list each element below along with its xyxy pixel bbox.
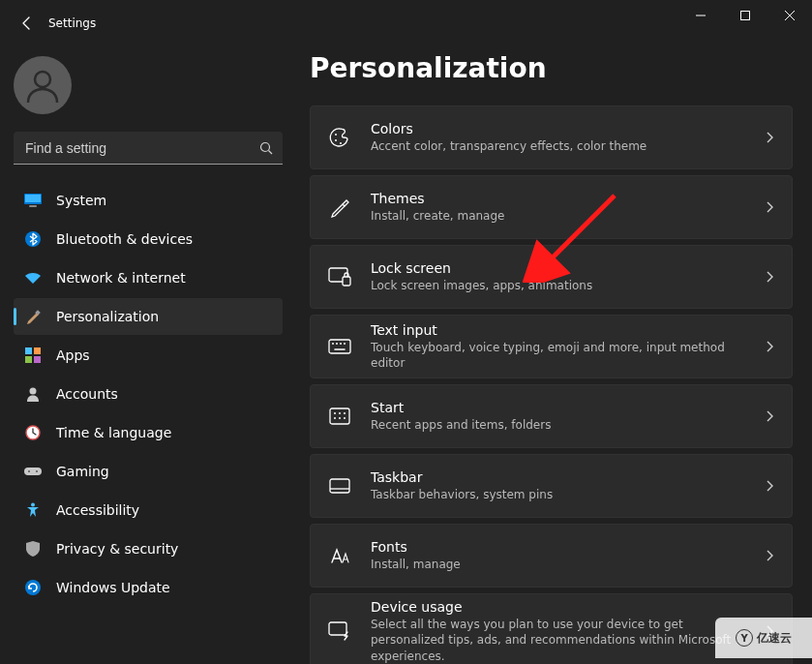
close-button[interactable] <box>767 0 812 31</box>
person-icon <box>23 384 43 404</box>
svg-point-36 <box>334 417 336 419</box>
fonts-icon <box>328 544 351 567</box>
monitor-icon <box>23 191 43 210</box>
svg-rect-26 <box>329 340 350 353</box>
sidebar-item-label: Accessibility <box>56 502 139 518</box>
card-colors[interactable]: Colors Accent color, transparency effect… <box>310 106 793 169</box>
sidebar-item-bluetooth[interactable]: Bluetooth & devices <box>14 221 283 257</box>
paint-icon <box>23 307 43 326</box>
card-text-input[interactable]: Text input Touch keyboard, voice typing,… <box>310 315 793 378</box>
back-button[interactable] <box>14 10 41 37</box>
svg-rect-41 <box>329 622 346 635</box>
card-fonts[interactable]: Fonts Install, manage <box>310 524 793 588</box>
chevron-right-icon <box>767 410 774 422</box>
sidebar-nav: System Bluetooth & devices Network & int… <box>14 182 290 606</box>
window-controls <box>678 0 812 31</box>
card-lock-screen[interactable]: Lock screen Lock screen images, apps, an… <box>310 245 793 309</box>
card-title: Device usage <box>371 598 757 617</box>
card-subtitle: Touch keyboard, voice typing, emoji and … <box>371 340 757 371</box>
sidebar-item-time-language[interactable]: Time & language <box>14 414 283 451</box>
sidebar-item-accessibility[interactable]: Accessibility <box>14 492 283 528</box>
card-themes[interactable]: Themes Install, create, manage <box>310 175 793 239</box>
svg-point-35 <box>344 412 346 414</box>
page-title: Personalization <box>310 52 793 84</box>
taskbar-icon <box>328 474 351 498</box>
watermark-text: 亿速云 <box>757 630 792 647</box>
card-title: Colors <box>371 120 757 138</box>
sidebar-item-windows-update[interactable]: Windows Update <box>14 569 283 606</box>
watermark-logo-icon: Y <box>736 629 753 647</box>
titlebar: Settings <box>0 0 812 46</box>
search-field-wrap <box>14 132 283 165</box>
wifi-icon <box>23 268 43 287</box>
clock-icon <box>23 423 43 442</box>
sidebar-item-label: Apps <box>56 347 90 363</box>
card-title: Text input <box>371 321 757 340</box>
card-title: Themes <box>371 190 757 208</box>
chevron-right-icon <box>767 201 774 213</box>
sidebar-item-label: Accounts <box>56 386 118 402</box>
card-title: Fonts <box>371 538 757 557</box>
card-title: Lock screen <box>371 259 757 278</box>
card-start[interactable]: Start Recent apps and items, folders <box>310 384 793 448</box>
sidebar-item-network[interactable]: Network & internet <box>14 259 283 296</box>
card-title: Taskbar <box>371 468 757 487</box>
svg-rect-13 <box>34 356 41 363</box>
sidebar-item-personalization[interactable]: Personalization <box>14 298 283 335</box>
sidebar-item-privacy[interactable]: Privacy & security <box>14 530 283 567</box>
svg-point-23 <box>340 142 342 144</box>
svg-point-3 <box>261 143 270 152</box>
svg-point-17 <box>28 470 30 472</box>
card-subtitle: Taskbar behaviors, system pins <box>371 487 757 502</box>
back-arrow-icon <box>19 15 35 31</box>
sidebar-item-label: Personalization <box>56 309 159 324</box>
card-subtitle: Install, manage <box>371 557 757 572</box>
card-title: Start <box>371 399 757 417</box>
card-taskbar[interactable]: Taskbar Taskbar behaviors, system pins <box>310 454 793 518</box>
svg-rect-39 <box>330 479 349 493</box>
svg-rect-32 <box>330 408 349 424</box>
sidebar-item-system[interactable]: System <box>14 182 283 219</box>
svg-point-14 <box>30 388 37 395</box>
accessibility-icon <box>23 500 43 520</box>
svg-point-21 <box>335 134 337 136</box>
gamepad-icon <box>23 462 43 481</box>
sidebar-item-accounts[interactable]: Accounts <box>14 376 283 412</box>
apps-icon <box>23 346 43 365</box>
card-subtitle: Select all the ways you plan to use your… <box>371 617 757 664</box>
sidebar-item-gaming[interactable]: Gaming <box>14 453 283 490</box>
update-icon <box>23 578 43 597</box>
maximize-button[interactable] <box>723 0 767 31</box>
maximize-icon <box>740 11 750 20</box>
chevron-right-icon <box>767 480 774 492</box>
card-subtitle: Recent apps and items, folders <box>371 417 757 433</box>
device-usage-icon <box>328 619 351 643</box>
window-title: Settings <box>48 16 96 30</box>
card-subtitle: Install, create, manage <box>371 208 757 224</box>
search-input[interactable] <box>14 132 283 165</box>
close-icon <box>785 11 795 20</box>
svg-rect-16 <box>24 468 42 475</box>
chevron-right-icon <box>767 271 774 283</box>
user-avatar[interactable] <box>14 56 72 114</box>
sidebar-item-apps[interactable]: Apps <box>14 337 283 374</box>
bluetooth-icon <box>23 229 43 249</box>
svg-rect-1 <box>741 12 750 20</box>
main-panel: Personalization Colors Accent color, tra… <box>290 46 812 664</box>
sidebar-item-label: Bluetooth & devices <box>56 231 193 247</box>
svg-point-18 <box>36 470 38 472</box>
svg-rect-12 <box>25 356 32 363</box>
sidebar-item-label: Time & language <box>56 425 171 440</box>
minimize-button[interactable] <box>678 0 723 31</box>
svg-point-22 <box>335 139 337 141</box>
svg-rect-10 <box>25 347 32 354</box>
svg-rect-25 <box>343 277 350 286</box>
svg-line-4 <box>269 151 273 155</box>
chevron-right-icon <box>767 341 774 352</box>
sidebar-item-label: Windows Update <box>56 580 170 595</box>
sidebar: System Bluetooth & devices Network & int… <box>0 46 290 664</box>
svg-point-2 <box>35 72 50 87</box>
chevron-right-icon <box>767 550 774 561</box>
svg-point-34 <box>339 412 341 414</box>
watermark: Y 亿速云 <box>715 618 812 658</box>
